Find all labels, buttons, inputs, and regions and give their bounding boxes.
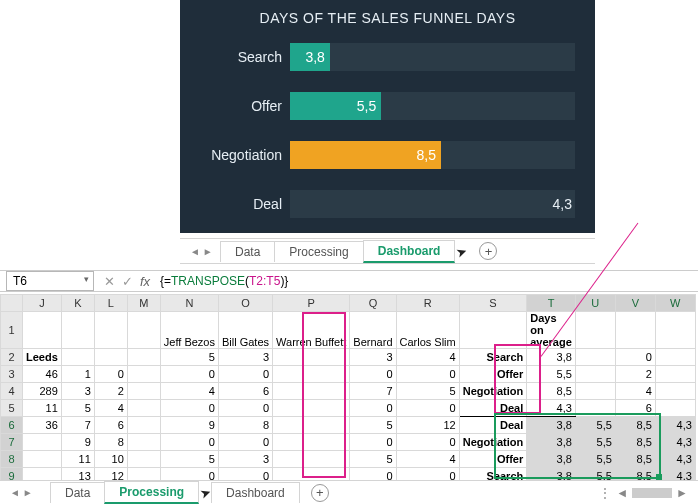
grid-row[interactable]: 1 Jeff Bezos Bill Gates Warren Buffett B… (1, 312, 696, 349)
chart-rows: Search 3,8 Offer 5,5 Negotiation 8,5 Dea… (180, 32, 595, 242)
row-header[interactable]: 7 (1, 434, 23, 451)
tab-nav-arrows[interactable]: ◄ ► (10, 487, 33, 498)
scroll-controls[interactable]: ⋮ ◄ ► (599, 486, 688, 500)
chart-bar: 5,5 (290, 92, 381, 120)
col-S[interactable]: S (459, 295, 527, 312)
row-header[interactable]: 6 (1, 417, 23, 434)
cancel-icon[interactable]: ✕ (100, 274, 118, 289)
fx-icon[interactable]: fx (136, 274, 154, 289)
chart-label: Deal (180, 196, 290, 212)
cursor-icon: ➤ (454, 242, 469, 260)
grid-row[interactable]: 7 98 00 00 Negotiation 3,8 5,5 8,5 4,3 (1, 434, 696, 451)
tab-add-button[interactable]: + (311, 484, 329, 502)
tab-nav-arrows[interactable]: ◄ ► (190, 246, 213, 257)
col-O[interactable]: O (218, 295, 272, 312)
chart-row-search: Search 3,8 (180, 36, 575, 77)
row-header[interactable]: 8 (1, 451, 23, 468)
select-all[interactable] (1, 295, 23, 312)
name-box[interactable]: T6 (6, 271, 94, 291)
funnel-days-chart: DAYS OF THE SALES FUNNEL DAYS Search 3,8… (180, 0, 595, 233)
chart-value: 4,3 (547, 190, 572, 218)
col-N[interactable]: N (160, 295, 218, 312)
col-W[interactable]: W (655, 295, 695, 312)
tab-dashboard[interactable]: Dashboard (363, 240, 456, 263)
column-headers[interactable]: J K L M N O P Q R S T U V W (1, 295, 696, 312)
row-header[interactable]: 4 (1, 383, 23, 400)
tab-dashboard[interactable]: Dashboard (211, 482, 300, 503)
tab-data[interactable]: Data (220, 241, 275, 262)
chart-row-deal: Deal 4,3 (180, 183, 575, 224)
row-header[interactable]: 5 (1, 400, 23, 417)
grid-row[interactable]: 2 Leeds 53 34 Search 3,8 0 (1, 349, 696, 366)
col-J[interactable]: J (23, 295, 62, 312)
row-header[interactable]: 2 (1, 349, 23, 366)
chart-bar: 8,5 (290, 141, 441, 169)
chart-track: 4,3 (290, 190, 575, 218)
chart-bar (290, 190, 575, 218)
tab-processing[interactable]: Processing (274, 241, 363, 262)
col-P[interactable]: P (273, 295, 350, 312)
chart-title: DAYS OF THE SALES FUNNEL DAYS (180, 0, 595, 32)
col-T[interactable]: T (527, 295, 576, 312)
chart-track: 3,8 (290, 43, 575, 71)
row-header[interactable]: 9 (1, 468, 23, 481)
sheet-tabs-top: ◄ ► Data Processing Dashboard ➤ + (180, 238, 595, 264)
tab-add-button[interactable]: + (479, 242, 497, 260)
col-R[interactable]: R (396, 295, 459, 312)
col-L[interactable]: L (94, 295, 127, 312)
chart-track: 8,5 (290, 141, 575, 169)
col-Q[interactable]: Q (350, 295, 396, 312)
col-K[interactable]: K (61, 295, 94, 312)
tab-processing[interactable]: Processing (104, 481, 199, 504)
sheet-tabs-bottom: ◄ ► Data Processing ➤ Dashboard + ⋮ ◄ ► (0, 480, 698, 504)
chart-row-negotiation: Negotiation 8,5 (180, 134, 575, 175)
col-V[interactable]: V (615, 295, 655, 312)
chart-label: Offer (180, 98, 290, 114)
chart-label: Negotiation (180, 147, 290, 163)
row-header[interactable]: 3 (1, 366, 23, 383)
grid-row-selected[interactable]: 6 3676 98 512 Deal 3,8 5,5 8,5 4,3 (1, 417, 696, 434)
grid-row[interactable]: 3 4610 00 00 Offer 5,5 2 (1, 366, 696, 383)
col-U[interactable]: U (575, 295, 615, 312)
col-M[interactable]: M (127, 295, 160, 312)
row-header[interactable]: 1 (1, 312, 23, 349)
chart-row-offer: Offer 5,5 (180, 85, 575, 126)
grid-row[interactable]: 8 1110 53 54 Offer 3,8 5,5 8,5 4,3 (1, 451, 696, 468)
grid-row[interactable]: 5 1154 00 00 Deal 4,3 6 (1, 400, 696, 417)
chart-label: Search (180, 49, 290, 65)
confirm-icon[interactable]: ✓ (118, 274, 136, 289)
formula-input[interactable]: {=TRANSPOSE(T2:T5)} (154, 272, 698, 290)
tab-data[interactable]: Data (50, 482, 105, 503)
grid-row[interactable]: 9 1312 00 00 Search 3,8 5,5 8,5 4,3 (1, 468, 696, 481)
spreadsheet-grid[interactable]: J K L M N O P Q R S T U V W 1 Jeff Bezos… (0, 294, 698, 480)
grid-row[interactable]: 4 28932 46 75 Negotiation 8,5 4 (1, 383, 696, 400)
chart-track: 5,5 (290, 92, 575, 120)
formula-bar: T6 ✕ ✓ fx {=TRANSPOSE(T2:T5)} (0, 270, 698, 292)
chart-bar: 3,8 (290, 43, 330, 71)
